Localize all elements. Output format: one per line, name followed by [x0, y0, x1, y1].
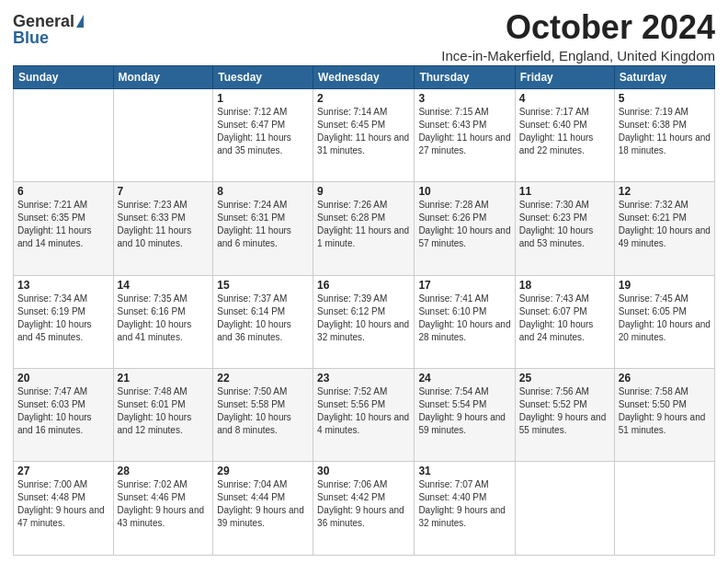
day-number: 7 — [118, 185, 210, 198]
calendar-cell: 7Sunrise: 7:23 AM Sunset: 6:33 PM Daylig… — [113, 182, 213, 275]
logo-triangle-icon — [76, 15, 84, 28]
day-detail: Sunrise: 7:06 AM Sunset: 4:42 PM Dayligh… — [317, 478, 410, 530]
day-number: 5 — [619, 92, 711, 105]
day-detail: Sunrise: 7:12 AM Sunset: 6:47 PM Dayligh… — [217, 106, 309, 157]
day-detail: Sunrise: 7:15 AM Sunset: 6:43 PM Dayligh… — [418, 106, 510, 157]
calendar-week-row-2: 13Sunrise: 7:34 AM Sunset: 6:19 PM Dayli… — [14, 275, 715, 368]
day-number: 26 — [619, 372, 711, 385]
calendar-cell: 12Sunrise: 7:32 AM Sunset: 6:21 PM Dayli… — [614, 182, 714, 275]
calendar-cell: 28Sunrise: 7:02 AM Sunset: 4:46 PM Dayli… — [113, 462, 213, 556]
day-detail: Sunrise: 7:41 AM Sunset: 6:10 PM Dayligh… — [418, 293, 510, 344]
day-detail: Sunrise: 7:02 AM Sunset: 4:46 PM Dayligh… — [118, 478, 210, 530]
day-number: 6 — [17, 185, 109, 198]
calendar-cell: 16Sunrise: 7:39 AM Sunset: 6:12 PM Dayli… — [313, 275, 415, 368]
day-detail: Sunrise: 7:23 AM Sunset: 6:33 PM Dayligh… — [118, 199, 210, 250]
calendar-table: Sunday Monday Tuesday Wednesday Thursday… — [13, 65, 715, 556]
day-detail: Sunrise: 7:45 AM Sunset: 6:05 PM Dayligh… — [619, 293, 711, 344]
day-number: 3 — [418, 92, 510, 105]
col-thursday: Thursday — [415, 65, 515, 88]
day-detail: Sunrise: 7:35 AM Sunset: 6:16 PM Dayligh… — [118, 293, 210, 344]
day-number: 11 — [519, 185, 610, 198]
calendar-cell: 5Sunrise: 7:19 AM Sunset: 6:38 PM Daylig… — [614, 88, 714, 181]
calendar-cell — [14, 88, 114, 181]
day-detail: Sunrise: 7:00 AM Sunset: 4:48 PM Dayligh… — [17, 478, 109, 530]
calendar-cell: 2Sunrise: 7:14 AM Sunset: 6:45 PM Daylig… — [313, 88, 415, 181]
day-number: 31 — [418, 465, 510, 477]
calendar-cell: 6Sunrise: 7:21 AM Sunset: 6:35 PM Daylig… — [14, 182, 114, 275]
day-detail: Sunrise: 7:32 AM Sunset: 6:21 PM Dayligh… — [619, 199, 711, 250]
day-detail: Sunrise: 7:34 AM Sunset: 6:19 PM Dayligh… — [17, 293, 109, 344]
day-number: 16 — [317, 279, 410, 292]
day-detail: Sunrise: 7:39 AM Sunset: 6:12 PM Dayligh… — [317, 293, 410, 344]
calendar-cell — [515, 462, 614, 556]
col-monday: Monday — [113, 65, 213, 88]
location: Ince-in-Makerfield, England, United King… — [441, 48, 715, 63]
day-number: 2 — [317, 92, 410, 105]
calendar-cell — [614, 462, 714, 556]
day-detail: Sunrise: 7:28 AM Sunset: 6:26 PM Dayligh… — [418, 199, 510, 250]
day-number: 8 — [217, 185, 309, 198]
day-detail: Sunrise: 7:50 AM Sunset: 5:58 PM Dayligh… — [217, 385, 309, 437]
day-number: 30 — [317, 465, 410, 477]
calendar-header-row: Sunday Monday Tuesday Wednesday Thursday… — [14, 65, 715, 88]
calendar-cell: 15Sunrise: 7:37 AM Sunset: 6:14 PM Dayli… — [213, 275, 313, 368]
calendar-cell: 11Sunrise: 7:30 AM Sunset: 6:23 PM Dayli… — [515, 182, 614, 275]
calendar-cell: 18Sunrise: 7:43 AM Sunset: 6:07 PM Dayli… — [515, 275, 614, 368]
calendar-cell: 4Sunrise: 7:17 AM Sunset: 6:40 PM Daylig… — [515, 88, 614, 181]
day-number: 20 — [17, 372, 109, 385]
day-number: 28 — [118, 465, 210, 477]
calendar-cell: 23Sunrise: 7:52 AM Sunset: 5:56 PM Dayli… — [313, 369, 415, 462]
day-number: 12 — [619, 185, 711, 198]
day-number: 18 — [519, 279, 610, 292]
calendar-week-row-3: 20Sunrise: 7:47 AM Sunset: 6:03 PM Dayli… — [14, 369, 715, 462]
calendar-cell: 9Sunrise: 7:26 AM Sunset: 6:28 PM Daylig… — [313, 182, 415, 275]
calendar-cell: 30Sunrise: 7:06 AM Sunset: 4:42 PM Dayli… — [313, 462, 415, 556]
day-number: 29 — [217, 465, 309, 477]
day-number: 25 — [519, 372, 610, 385]
calendar-cell: 24Sunrise: 7:54 AM Sunset: 5:54 PM Dayli… — [415, 369, 515, 462]
calendar-cell: 17Sunrise: 7:41 AM Sunset: 6:10 PM Dayli… — [415, 275, 515, 368]
calendar-week-row-4: 27Sunrise: 7:00 AM Sunset: 4:48 PM Dayli… — [14, 462, 715, 556]
day-detail: Sunrise: 7:24 AM Sunset: 6:31 PM Dayligh… — [217, 199, 309, 250]
day-detail: Sunrise: 7:21 AM Sunset: 6:35 PM Dayligh… — [17, 199, 109, 250]
col-saturday: Saturday — [614, 65, 714, 88]
col-friday: Friday — [515, 65, 614, 88]
calendar-cell: 14Sunrise: 7:35 AM Sunset: 6:16 PM Dayli… — [113, 275, 213, 368]
col-sunday: Sunday — [14, 65, 114, 88]
day-number: 19 — [619, 279, 711, 292]
header: General Blue October 2024 Ince-in-Makerf… — [13, 9, 715, 63]
day-number: 1 — [217, 92, 309, 105]
page: General Blue October 2024 Ince-in-Makerf… — [0, 0, 728, 563]
day-detail: Sunrise: 7:52 AM Sunset: 5:56 PM Dayligh… — [317, 385, 410, 437]
calendar-cell: 20Sunrise: 7:47 AM Sunset: 6:03 PM Dayli… — [14, 369, 114, 462]
calendar-cell: 25Sunrise: 7:56 AM Sunset: 5:52 PM Dayli… — [515, 369, 614, 462]
calendar-cell: 21Sunrise: 7:48 AM Sunset: 6:01 PM Dayli… — [113, 369, 213, 462]
calendar-week-row-1: 6Sunrise: 7:21 AM Sunset: 6:35 PM Daylig… — [14, 182, 715, 275]
day-detail: Sunrise: 7:17 AM Sunset: 6:40 PM Dayligh… — [519, 106, 610, 157]
day-detail: Sunrise: 7:37 AM Sunset: 6:14 PM Dayligh… — [217, 293, 309, 344]
day-number: 27 — [17, 465, 109, 477]
calendar-cell — [113, 88, 213, 181]
calendar-cell: 22Sunrise: 7:50 AM Sunset: 5:58 PM Dayli… — [213, 369, 313, 462]
day-detail: Sunrise: 7:26 AM Sunset: 6:28 PM Dayligh… — [317, 199, 410, 250]
day-detail: Sunrise: 7:48 AM Sunset: 6:01 PM Dayligh… — [118, 385, 210, 437]
day-detail: Sunrise: 7:04 AM Sunset: 4:44 PM Dayligh… — [217, 478, 309, 530]
day-detail: Sunrise: 7:56 AM Sunset: 5:52 PM Dayligh… — [519, 385, 610, 437]
month-title: October 2024 — [441, 9, 715, 46]
calendar-cell: 13Sunrise: 7:34 AM Sunset: 6:19 PM Dayli… — [14, 275, 114, 368]
calendar-cell: 10Sunrise: 7:28 AM Sunset: 6:26 PM Dayli… — [415, 182, 515, 275]
calendar-cell: 8Sunrise: 7:24 AM Sunset: 6:31 PM Daylig… — [213, 182, 313, 275]
day-detail: Sunrise: 7:54 AM Sunset: 5:54 PM Dayligh… — [418, 385, 510, 437]
day-detail: Sunrise: 7:19 AM Sunset: 6:38 PM Dayligh… — [619, 106, 711, 157]
day-number: 17 — [418, 279, 510, 292]
day-number: 24 — [418, 372, 510, 385]
logo: General Blue — [13, 13, 84, 46]
title-block: October 2024 Ince-in-Makerfield, England… — [441, 9, 715, 63]
calendar-week-row-0: 1Sunrise: 7:12 AM Sunset: 6:47 PM Daylig… — [14, 88, 715, 181]
calendar-cell: 29Sunrise: 7:04 AM Sunset: 4:44 PM Dayli… — [213, 462, 313, 556]
calendar-cell: 19Sunrise: 7:45 AM Sunset: 6:05 PM Dayli… — [614, 275, 714, 368]
day-detail: Sunrise: 7:30 AM Sunset: 6:23 PM Dayligh… — [519, 199, 610, 250]
day-number: 21 — [118, 372, 210, 385]
calendar-cell: 26Sunrise: 7:58 AM Sunset: 5:50 PM Dayli… — [614, 369, 714, 462]
day-number: 23 — [317, 372, 410, 385]
